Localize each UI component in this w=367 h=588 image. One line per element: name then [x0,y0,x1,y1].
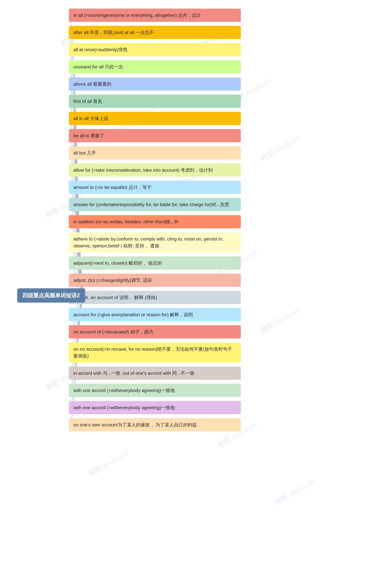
item-node-22: with one accord (=witheverybody agreeing… [69,384,241,397]
item-node-11: amount to (=to be equalto) 总计，等于 [69,181,241,194]
center-node: 四级重点高频单词短语2 [17,288,85,302]
item-node-10: allow for (=take intoconsideration, take… [69,163,241,177]
center-node-label: 四级重点高频单词短语2 [22,293,80,298]
item-node-16: adjust..(to) (=changeslightly)调节; 适应 [69,274,241,287]
item-node-14: adhere to (=abide by,conform to, comply … [69,232,241,252]
item-node-1: in all (=countingeveryone or everything,… [69,8,241,22]
item-node-6: first of all 首先 [69,95,241,108]
item-node-21: in accord with 与...一致 .out of one's acco… [69,367,241,380]
item-node-20: on no account(=in nocase, for no reason)… [69,343,241,362]
item-node-7: all in all 大体上说 [69,112,241,125]
item-node-12: answer for (undertakeresponsibility for,… [69,198,241,211]
item-node-5: above all 最重要的 [69,77,241,91]
item-node-13: in addition to(=as wellas, besides, othe… [69,215,241,228]
item-node-8: be all in 累极了 [69,129,241,142]
item-node-23: with one accord (=witheverybody agreeing… [69,401,241,414]
item-node-17: give sb. an account of 说明， 解释 (理由) [69,291,241,304]
item-node-3: all at once(=suddenly)突然 [69,43,241,56]
item-node-24: on one's own account为了某人的缘故， 为了某人自己的利益 [69,418,241,431]
item-node-2: after all 毕竟，到底;(not) at all 一点也不 [69,26,241,39]
item-node-4: onceand for all 只此一次 [69,60,241,73]
page-container: 树图 shutu.cn树图 shutu.cn树图 shutu.cn树图 shut… [0,0,367,588]
item-node-15: adjacent(=next to, closeto) 毗邻的， 临近的 [69,256,241,270]
item-node-18: account for (=give anexplanation or reas… [69,308,241,321]
item-node-19: on account of (=becauseof) 由于，因为 [69,325,241,338]
items-container: in all (=countingeveryone or everything,… [69,8,344,431]
mind-map-layout: 四级重点高频单词短语2 in all (=countingeveryone or… [0,8,344,582]
item-node-9: all but 几乎 [69,146,241,160]
